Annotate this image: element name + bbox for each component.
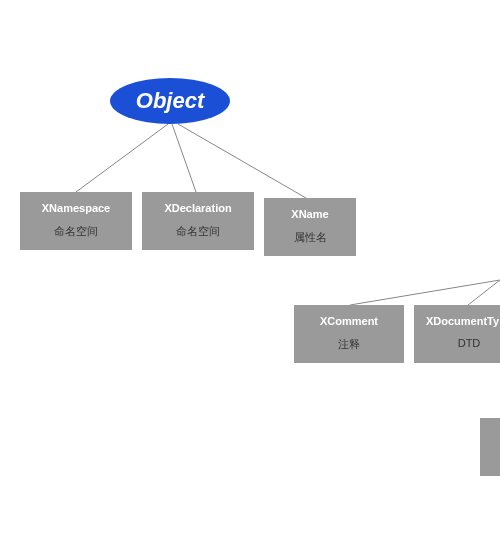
root-node-object: Object xyxy=(110,78,230,124)
node-title: XDeclaration xyxy=(142,202,254,214)
node-subtitle: 注释 xyxy=(294,337,404,352)
node-xelement: XElement元素 xyxy=(480,418,500,476)
node-subtitle: 命名空间 xyxy=(142,224,254,239)
node-subtitle: 命名空间 xyxy=(20,224,132,239)
svg-line-3 xyxy=(350,280,500,305)
diagram-canvas: Object XNamespace命名空间XDeclaration命名空间XNa… xyxy=(0,0,500,548)
node-subtitle: 属性名 xyxy=(264,230,356,245)
svg-line-1 xyxy=(172,124,196,192)
svg-line-4 xyxy=(468,280,500,305)
node-xdeclaration: XDeclaration命名空间 xyxy=(142,192,254,250)
root-label: Object xyxy=(136,88,204,114)
node-title: XComment xyxy=(294,315,404,327)
node-xcomment: XComment注释 xyxy=(294,305,404,363)
node-xname: XName属性名 xyxy=(264,198,356,256)
node-title: XNamespace xyxy=(20,202,132,214)
node-subtitle: DTD xyxy=(414,337,500,349)
svg-line-0 xyxy=(76,124,168,192)
connector-lines xyxy=(0,0,500,548)
svg-line-2 xyxy=(178,124,306,198)
node-subtitle: 元素 xyxy=(480,450,500,465)
node-xnamespace: XNamespace命名空间 xyxy=(20,192,132,250)
node-title: XDocumentType xyxy=(414,315,500,327)
node-title: XName xyxy=(264,208,356,220)
node-title: XElement xyxy=(480,428,500,440)
node-xdocumenttype: XDocumentTypeDTD xyxy=(414,305,500,363)
